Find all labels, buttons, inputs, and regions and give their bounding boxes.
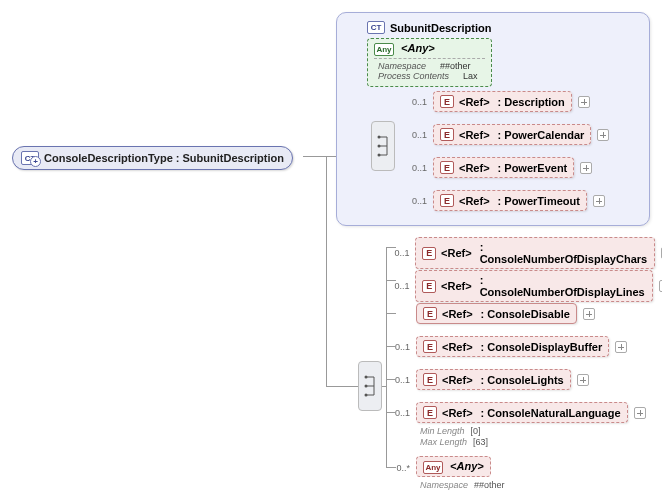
type-label: : ConsoleLights <box>481 374 564 386</box>
meta-key: Namespace <box>420 480 468 490</box>
meta-key: Max Length <box>420 437 467 447</box>
ref-label: <Ref> <box>442 407 473 419</box>
expand-icon[interactable] <box>583 308 595 320</box>
any-meta: Namespace##other Process ContentsLax <box>374 58 485 83</box>
group-title: CT SubunitDescription <box>367 21 641 34</box>
root-label: ConsoleDescriptionType : SubunitDescript… <box>44 152 284 164</box>
expand-icon[interactable] <box>634 407 646 419</box>
connector-line <box>386 412 396 413</box>
occurrence: 0..1 <box>407 163 427 173</box>
meta-value: [63] <box>473 437 488 447</box>
schema-element[interactable]: 0..1 E<Ref>: PowerCalendar <box>407 124 609 145</box>
schema-element[interactable]: 0..1 E<Ref>: ConsoleNumberOfDisplayChars <box>390 237 662 269</box>
type-label: : ConsoleNumberOfDisplayChars <box>480 241 649 265</box>
schema-element[interactable]: 0..1 E<Ref>: ConsoleNumberOfDisplayLines <box>390 270 662 302</box>
meta-value: ##other <box>474 480 505 490</box>
occurrence: 0..1 <box>407 196 427 206</box>
e-icon: E <box>440 128 454 141</box>
e-icon: E <box>440 95 454 108</box>
schema-diagram: CT ConsoleDescriptionType : SubunitDescr… <box>8 8 654 495</box>
occurrence: 0..1 <box>407 130 427 140</box>
any-element[interactable]: 0..* Any <Any> <box>390 456 491 479</box>
schema-element[interactable]: 0..1 E<Ref>: ConsoleDisplayBuffer <box>390 336 627 357</box>
any-icon: Any <box>423 461 443 474</box>
ref-label: <Ref> <box>459 96 490 108</box>
schema-element[interactable]: 0..1 E<Ref>: Description <box>407 91 590 112</box>
meta-key: Min Length <box>420 426 465 436</box>
any-block[interactable]: Any <Any> Namespace##other Process Conte… <box>367 38 492 87</box>
type-label: : ConsoleNaturalLanguage <box>481 407 621 419</box>
type-label: : Description <box>498 96 565 108</box>
ref-label: <Ref> <box>441 280 472 292</box>
occurrence: 0..1 <box>390 248 409 258</box>
type-label: : PowerEvent <box>498 162 568 174</box>
ct-icon: CT <box>21 151 39 165</box>
type-label: : ConsoleDisplayBuffer <box>481 341 603 353</box>
any-label: <Any> <box>401 42 435 54</box>
any-label: <Any> <box>450 460 484 472</box>
connector-line <box>386 467 396 468</box>
ref-label: <Ref> <box>442 341 473 353</box>
e-icon: E <box>440 194 454 207</box>
connector-line <box>303 156 336 157</box>
connector-line <box>386 247 396 248</box>
any-icon: Any <box>374 43 394 56</box>
ref-label: <Ref> <box>442 308 473 320</box>
any-meta: Namespace##other <box>420 480 505 491</box>
connector-line <box>386 313 396 314</box>
sequence-connector <box>358 361 382 411</box>
meta-key: Process Contents <box>378 71 449 81</box>
type-label: : PowerTimeout <box>498 195 580 207</box>
e-icon: E <box>423 307 437 320</box>
e-icon: E <box>422 247 436 260</box>
schema-element[interactable]: 0..1 E<Ref>: PowerTimeout <box>407 190 605 211</box>
e-icon: E <box>440 161 454 174</box>
expand-icon[interactable] <box>597 129 609 141</box>
expand-icon[interactable] <box>593 195 605 207</box>
connector-line <box>386 280 396 281</box>
type-label: : ConsoleDisable <box>481 308 570 320</box>
e-icon: E <box>423 406 437 419</box>
schema-element[interactable]: 0..1 E<Ref>: PowerEvent <box>407 157 592 178</box>
schema-element[interactable]: 0..1 E<Ref>: ConsoleLights <box>390 369 589 390</box>
connector-line <box>386 379 396 380</box>
connector-line <box>386 346 396 347</box>
expand-icon[interactable] <box>580 162 592 174</box>
meta-value: ##other <box>440 61 471 71</box>
ref-label: <Ref> <box>459 129 490 141</box>
connector-line <box>326 156 327 386</box>
type-label: : PowerCalendar <box>498 129 585 141</box>
ref-label: <Ref> <box>459 195 490 207</box>
meta-value: Lax <box>463 71 478 81</box>
type-label: : ConsoleNumberOfDisplayLines <box>480 274 646 298</box>
ref-label: <Ref> <box>442 374 473 386</box>
schema-element[interactable]: E<Ref>: ConsoleDisable <box>390 303 595 324</box>
e-icon: E <box>422 280 436 293</box>
length-constraints: Min Length[0] Max Length[63] <box>420 426 488 448</box>
ref-label: <Ref> <box>459 162 490 174</box>
group-title-text: SubunitDescription <box>390 22 491 34</box>
e-icon: E <box>423 340 437 353</box>
e-icon: E <box>423 373 437 386</box>
expand-icon[interactable] <box>615 341 627 353</box>
connector-line <box>382 386 386 387</box>
expand-icon[interactable] <box>577 374 589 386</box>
subunit-description-group: CT SubunitDescription Any <Any> Namespac… <box>336 12 650 226</box>
meta-value: [0] <box>471 426 481 436</box>
occurrence: 0..1 <box>390 281 409 291</box>
ct-icon: CT <box>367 21 385 34</box>
meta-key: Namespace <box>378 61 426 71</box>
expand-icon[interactable] <box>578 96 590 108</box>
root-complex-type[interactable]: CT ConsoleDescriptionType : SubunitDescr… <box>12 146 293 170</box>
ref-label: <Ref> <box>441 247 472 259</box>
schema-element[interactable]: 0..1 E<Ref>: ConsoleNaturalLanguage <box>390 402 646 423</box>
connector-line <box>326 386 358 387</box>
sequence-connector <box>371 121 395 171</box>
occurrence: 0..1 <box>407 97 427 107</box>
